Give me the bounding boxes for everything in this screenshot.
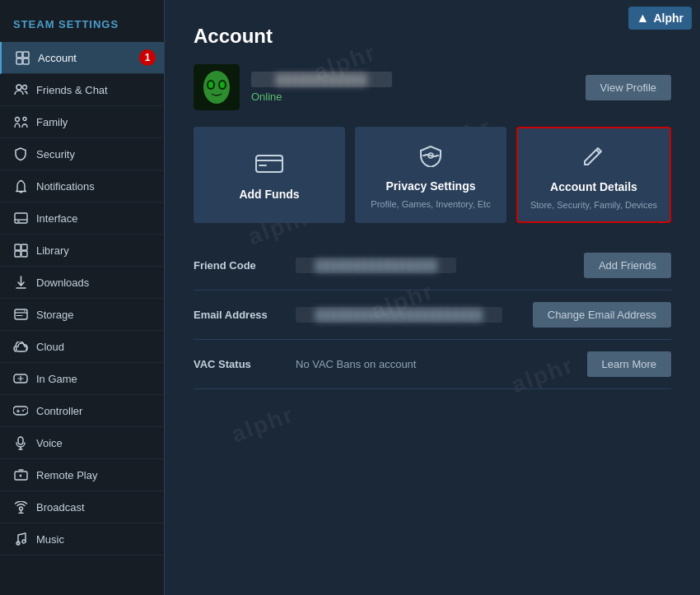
svg-point-41 bbox=[220, 81, 225, 88]
vac-status-row: VAC Status No VAC Bans on account Learn … bbox=[194, 340, 671, 389]
sidebar-item-interface-label: Interface bbox=[36, 212, 78, 225]
view-profile-button[interactable]: View Profile bbox=[586, 75, 671, 100]
sidebar-item-voice-label: Voice bbox=[36, 437, 63, 449]
add-funds-icon bbox=[254, 152, 284, 181]
sidebar-item-ingame[interactable]: In Game bbox=[0, 363, 164, 395]
svg-rect-12 bbox=[21, 244, 27, 250]
avatar bbox=[194, 64, 240, 110]
privacy-settings-title: Privacy Settings bbox=[386, 179, 476, 193]
music-icon bbox=[13, 532, 28, 546]
add-funds-title: Add Funds bbox=[239, 188, 299, 201]
sidebar-item-notifications[interactable]: Notifications bbox=[0, 170, 164, 202]
account-icon bbox=[15, 50, 30, 65]
interface-icon bbox=[13, 211, 28, 225]
friend-code-label: Friend Code bbox=[194, 259, 284, 272]
svg-rect-8 bbox=[15, 213, 27, 223]
svg-point-35 bbox=[22, 540, 26, 543]
sidebar-item-family[interactable]: Family bbox=[0, 106, 164, 138]
sidebar-item-security[interactable]: Security bbox=[0, 138, 164, 170]
svg-rect-11 bbox=[15, 244, 21, 250]
svg-rect-1 bbox=[23, 52, 29, 58]
add-friends-button[interactable]: Add Friends bbox=[584, 253, 671, 278]
sidebar-item-broadcast[interactable]: Broadcast bbox=[0, 491, 164, 523]
info-section: Friend Code ████████████████ Add Friends… bbox=[194, 241, 671, 389]
account-details-card[interactable]: Account Details Store, Security, Family,… bbox=[516, 127, 671, 223]
svg-rect-2 bbox=[16, 58, 22, 64]
account-badge: 1 bbox=[139, 49, 156, 66]
sidebar-item-music-label: Music bbox=[36, 533, 64, 546]
svg-rect-43 bbox=[256, 156, 282, 172]
voice-icon bbox=[13, 435, 28, 450]
profile-info: ████████████ Online bbox=[251, 72, 392, 103]
sidebar-item-family-label: Family bbox=[36, 116, 68, 128]
friend-code-value: ████████████████ bbox=[296, 258, 456, 273]
sidebar-item-security-label: Security bbox=[36, 148, 75, 160]
learn-more-button[interactable]: Learn More bbox=[587, 351, 671, 377]
username-blurred: ████████████ bbox=[251, 72, 392, 87]
sidebar-item-music[interactable]: Music bbox=[0, 523, 164, 555]
sidebar-item-storage[interactable]: Storage bbox=[0, 299, 164, 331]
account-details-icon bbox=[581, 143, 606, 174]
vac-status-label: VAC Status bbox=[194, 358, 284, 370]
sidebar-item-library[interactable]: Library bbox=[0, 235, 164, 267]
cards-row: Add Funds Privacy Settings Profile, Game… bbox=[194, 127, 671, 223]
email-address-left: Email Address ██████████████████████ bbox=[194, 307, 502, 323]
sidebar-item-cloud-label: Cloud bbox=[36, 341, 64, 353]
controller-icon bbox=[13, 403, 28, 418]
cloud-icon bbox=[13, 339, 28, 354]
sidebar-item-voice[interactable]: Voice bbox=[0, 427, 164, 459]
remoteplay-icon bbox=[13, 467, 28, 482]
svg-rect-13 bbox=[15, 251, 21, 257]
svg-rect-0 bbox=[16, 52, 22, 58]
vac-status-value: No VAC Bans on account bbox=[296, 358, 416, 370]
privacy-icon bbox=[416, 144, 446, 173]
svg-point-5 bbox=[22, 86, 26, 90]
sidebar-item-storage-label: Storage bbox=[36, 309, 74, 321]
account-details-subtitle: Store, Security, Family, Devices bbox=[530, 200, 657, 210]
privacy-settings-card[interactable]: Privacy Settings Profile, Games, Invento… bbox=[355, 127, 506, 223]
sidebar-item-friends[interactable]: Friends & Chat bbox=[0, 74, 164, 106]
family-icon bbox=[13, 114, 28, 129]
svg-rect-27 bbox=[18, 437, 23, 444]
svg-point-7 bbox=[23, 117, 26, 120]
sidebar-item-controller[interactable]: Controller bbox=[0, 395, 164, 427]
sidebar-item-account[interactable]: Account 1 bbox=[0, 42, 164, 74]
storage-icon bbox=[13, 307, 28, 322]
sidebar-item-remoteplay-label: Remote Play bbox=[36, 469, 97, 481]
sidebar-item-controller-label: Controller bbox=[36, 405, 82, 417]
main-panel: alphr alphr alphr alphr alphr alphr alph… bbox=[165, 0, 700, 595]
sidebar: STEAM SETTINGS Account 1 Friends & Chat bbox=[0, 0, 165, 595]
change-email-button[interactable]: Change Email Address bbox=[533, 302, 671, 328]
downloads-icon bbox=[13, 275, 28, 290]
sidebar-item-interface[interactable]: Interface bbox=[0, 202, 164, 235]
svg-point-6 bbox=[15, 117, 19, 121]
vac-status-left: VAC Status No VAC Bans on account bbox=[194, 358, 416, 370]
email-address-row: Email Address ██████████████████████ Cha… bbox=[194, 291, 671, 340]
email-address-label: Email Address bbox=[194, 309, 284, 321]
library-icon bbox=[13, 243, 28, 258]
broadcast-icon bbox=[13, 500, 28, 514]
add-funds-card[interactable]: Add Funds bbox=[194, 127, 345, 223]
sidebar-item-remoteplay[interactable]: Remote Play bbox=[0, 459, 164, 491]
privacy-settings-subtitle: Profile, Games, Inventory, Etc bbox=[371, 199, 490, 209]
alphr-icon: ▲ bbox=[637, 11, 650, 26]
sidebar-item-ingame-label: In Game bbox=[36, 373, 77, 385]
svg-rect-14 bbox=[21, 251, 27, 257]
online-status: Online bbox=[251, 91, 392, 103]
sidebar-item-library-label: Library bbox=[36, 244, 69, 257]
svg-point-4 bbox=[16, 85, 21, 90]
main-content: Account bbox=[194, 25, 671, 389]
sidebar-item-notifications-label: Notifications bbox=[36, 180, 95, 193]
profile-row: ████████████ Online View Profile bbox=[194, 64, 671, 110]
sidebar-item-cloud[interactable]: Cloud bbox=[0, 331, 164, 363]
ingame-icon bbox=[13, 371, 28, 386]
sidebar-item-account-label: Account bbox=[38, 52, 77, 64]
friend-code-left: Friend Code ████████████████ bbox=[194, 258, 456, 273]
alphr-logo: ▲ Alphr bbox=[628, 7, 692, 30]
friend-code-row: Friend Code ████████████████ Add Friends bbox=[194, 241, 671, 291]
svg-point-40 bbox=[208, 81, 213, 88]
sidebar-item-downloads-label: Downloads bbox=[36, 277, 89, 289]
page-title: Account bbox=[194, 25, 671, 48]
sidebar-item-downloads[interactable]: Downloads bbox=[0, 267, 164, 299]
sidebar-item-broadcast-label: Broadcast bbox=[36, 501, 85, 514]
